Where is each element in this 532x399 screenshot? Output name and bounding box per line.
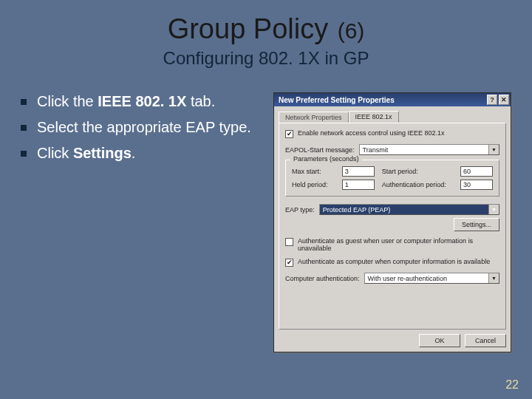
properties-dialog: New Preferred Setting Properties ? ✕ Net… [273,92,511,352]
slide-number: 22 [505,378,519,392]
bullet-list: Click the IEEE 802. 1X tab. Select the a… [21,92,265,352]
close-button[interactable]: ✕ [499,95,509,105]
tab-ieee-8021x[interactable]: IEEE 802.1x [349,111,399,123]
computer-auth-dropdown[interactable]: With user re-authentication ▼ [364,273,499,284]
bullet-text: Click the IEEE 802. 1X tab. [37,92,215,111]
chevron-down-icon: ▼ [488,205,499,214]
bullet-text: Select the appropriate EAP type. [37,118,251,137]
auth-as-computer-checkbox[interactable]: ✔ Authenticate as computer when computer… [285,258,499,267]
checkbox-icon: ✔ [285,259,293,267]
checkbox-icon: ✔ [285,130,293,138]
bullet-item: Select the appropriate EAP type. [21,118,265,137]
held-period-field[interactable]: 1 [342,180,375,190]
slide-title: Group Policy (6) [0,0,532,45]
bullet-item: Click Settings. [21,144,265,163]
chevron-down-icon: ▼ [488,273,499,283]
auth-period-label: Authentication period: [382,181,453,188]
bullet-icon [21,125,27,131]
slide-subtitle: Configuring 802. 1X in GP [0,48,532,69]
eapol-start-dropdown[interactable]: Transmit ▼ [359,144,499,155]
dialog-button-row: OK Cancel [274,334,511,352]
auth-as-guest-checkbox[interactable]: Authenticate as guest when user or compu… [285,237,499,252]
bullet-icon [21,151,27,157]
computer-auth-label: Computer authentication: [285,275,360,282]
bullet-text: Click Settings. [37,144,135,163]
dialog-tabs: Network Properties IEEE 802.1x [274,106,511,123]
eap-type-label: EAP type: [285,206,315,214]
cancel-button[interactable]: Cancel [465,334,506,347]
bullet-icon [21,99,27,105]
title-paren: (6) [338,18,365,43]
auth-as-computer-label: Authenticate as computer when computer i… [298,258,490,265]
tab-network-properties[interactable]: Network Properties [279,112,349,123]
enable-8021x-checkbox[interactable]: ✔ Enable network access control using IE… [285,129,499,138]
enable-8021x-label: Enable network access control using IEEE… [298,129,445,137]
eapol-start-label: EAPOL-Start message: [285,146,355,154]
eap-type-dropdown[interactable]: Protected EAP (PEAP) ▼ [319,204,499,215]
parameters-groupbox: Max start: 3 Start period: 60 Held perio… [285,160,499,197]
held-period-label: Held period: [292,181,335,188]
dialog-title: New Preferred Setting Properties [279,96,395,104]
title-main: Group Policy [168,13,329,44]
chevron-down-icon: ▼ [488,145,499,154]
start-period-label: Start period: [382,168,453,175]
start-period-field[interactable]: 60 [460,166,493,177]
max-start-label: Max start: [292,168,335,175]
checkbox-icon [285,238,293,246]
bullet-item: Click the IEEE 802. 1X tab. [21,92,265,111]
ok-button[interactable]: OK [419,334,460,347]
max-start-field[interactable]: 3 [342,166,375,177]
tab-panel: ✔ Enable network access control using IE… [279,123,506,330]
settings-button[interactable]: Settings... [454,218,499,231]
auth-as-guest-label: Authenticate as guest when user or compu… [298,237,499,252]
dialog-titlebar[interactable]: New Preferred Setting Properties ? ✕ [274,93,511,106]
auth-period-field[interactable]: 30 [460,180,493,190]
help-button[interactable]: ? [487,95,497,105]
